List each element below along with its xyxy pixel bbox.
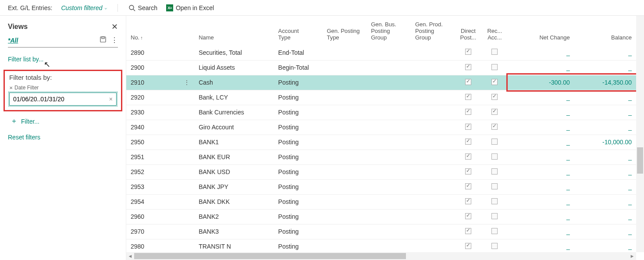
cell-name[interactable]: Securities, Total [194, 45, 274, 60]
search-action[interactable]: Search [128, 4, 157, 11]
table-row[interactable]: 2900⋮Liquid AssetsBegin-Total__ [126, 60, 636, 75]
vertical-scrollbar[interactable] [636, 16, 644, 252]
cell-net-change[interactable]: -300.00 [508, 75, 574, 90]
checkbox-icon[interactable] [491, 49, 498, 55]
checkbox-icon[interactable] [491, 183, 498, 189]
col-gen-posting-type[interactable]: Gen. Posting Type [322, 16, 366, 45]
checkbox-icon[interactable] [491, 94, 498, 100]
checkbox-icon[interactable] [465, 94, 471, 100]
cell-net-change[interactable]: _ [508, 60, 574, 75]
checkbox-icon[interactable] [491, 198, 498, 204]
cell-balance[interactable]: _ [574, 60, 636, 75]
cell-name[interactable]: Bank Currencies [194, 105, 274, 120]
cell-no[interactable]: 2960 [126, 209, 179, 224]
cell-net-change[interactable]: _ [508, 164, 574, 179]
cell-net-change[interactable]: _ [508, 90, 574, 105]
cell-name[interactable]: TRANSIT N [194, 239, 274, 252]
cell-balance[interactable]: _ [574, 105, 636, 120]
checkbox-icon[interactable] [465, 243, 471, 249]
table-row[interactable]: 2953⋮BANK JPYPosting__ [126, 179, 636, 194]
col-gen-bus-group[interactable]: Gen. Bus. Posting Group [366, 16, 411, 45]
cell-name[interactable]: Bank, LCY [194, 90, 274, 105]
checkbox-icon[interactable] [465, 228, 471, 234]
cell-no[interactable]: 2920 [126, 90, 179, 105]
cell-no[interactable]: 2950 [126, 135, 179, 150]
checkbox-icon[interactable] [491, 243, 498, 249]
cell-net-change[interactable]: _ [508, 179, 574, 194]
table-row[interactable]: 2910⋮CashPosting-300.00-14,350.00 [126, 75, 636, 90]
cell-no[interactable]: 2980 [126, 239, 179, 252]
cell-no[interactable]: 2953 [126, 179, 179, 194]
table-row[interactable]: 2930⋮Bank CurrenciesPosting__ [126, 105, 636, 120]
cell-no[interactable]: 2954 [126, 194, 179, 209]
col-gen-prod-group[interactable]: Gen. Prod. Posting Group [411, 16, 455, 45]
table-row[interactable]: 2954⋮BANK DKKPosting__ [126, 194, 636, 209]
cell-net-change[interactable]: _ [508, 150, 574, 164]
cell-balance[interactable]: _ [574, 164, 636, 179]
checkbox-icon[interactable] [491, 79, 498, 85]
checkbox-icon[interactable] [465, 124, 471, 130]
cell-net-change[interactable]: _ [508, 45, 574, 60]
table-row[interactable]: 2890⋮Securities, TotalEnd-Total__ [126, 45, 636, 60]
row-menu-icon[interactable]: ⋮ [179, 75, 194, 90]
checkbox-icon[interactable] [491, 64, 498, 70]
date-filter-input[interactable] [10, 93, 106, 105]
close-filter-pane-icon[interactable]: ✕ [111, 22, 118, 32]
col-no[interactable]: No.↑ [126, 16, 179, 45]
checkbox-icon[interactable] [465, 109, 471, 115]
cell-no[interactable]: 2940 [126, 120, 179, 135]
clear-date-filter-icon[interactable]: × [106, 96, 116, 103]
table-row[interactable]: 2950⋮BANK1Posting_-10,000.00 [126, 135, 636, 150]
cell-name[interactable]: Liquid Assets [194, 60, 274, 75]
col-balance[interactable]: Balance [574, 16, 636, 45]
cell-name[interactable]: BANK DKK [194, 194, 274, 209]
checkbox-icon[interactable] [491, 124, 498, 130]
cell-net-change[interactable]: _ [508, 120, 574, 135]
col-name[interactable]: Name [194, 16, 274, 45]
cell-balance[interactable]: _ [574, 209, 636, 224]
remove-date-filter-icon[interactable]: ✕ [9, 85, 13, 90]
cell-name[interactable]: BANK1 [194, 135, 274, 150]
cell-balance[interactable]: -10,000.00 [574, 135, 636, 150]
cell-balance[interactable]: _ [574, 120, 636, 135]
checkbox-icon[interactable] [465, 153, 471, 160]
cell-balance[interactable]: _ [574, 179, 636, 194]
table-row[interactable]: 2952⋮BANK USDPosting__ [126, 164, 636, 179]
checkbox-icon[interactable] [465, 49, 471, 55]
cell-name[interactable]: BANK JPY [194, 179, 274, 194]
checkbox-icon[interactable] [465, 213, 471, 219]
filter-list-by-link[interactable]: Filter list by... [8, 54, 118, 70]
checkbox-icon[interactable] [491, 168, 498, 175]
table-row[interactable]: 2980⋮TRANSIT NPosting__ [126, 239, 636, 252]
cell-balance[interactable]: _ [574, 90, 636, 105]
col-direct-posting[interactable]: Direct Post... [455, 16, 481, 45]
reset-filters-link[interactable]: Reset filters [8, 134, 118, 141]
checkbox-icon[interactable] [491, 153, 498, 160]
cell-no[interactable]: 2952 [126, 164, 179, 179]
cell-net-change[interactable]: _ [508, 194, 574, 209]
cell-net-change[interactable]: _ [508, 105, 574, 120]
cell-no[interactable]: 2910 [126, 75, 179, 90]
horizontal-scrollbar[interactable]: ◄ ► [126, 252, 636, 260]
checkbox-icon[interactable] [465, 183, 471, 189]
table-row[interactable]: 2940⋮Giro AccountPosting__ [126, 120, 636, 135]
cell-net-change[interactable]: _ [508, 224, 574, 239]
checkbox-icon[interactable] [491, 213, 498, 219]
save-view-icon[interactable] [100, 36, 107, 44]
checkbox-icon[interactable] [465, 198, 471, 204]
cell-balance[interactable]: -14,350.00 [574, 75, 636, 90]
cell-name[interactable]: BANK EUR [194, 150, 274, 164]
cell-name[interactable]: BANK USD [194, 164, 274, 179]
cell-no[interactable]: 2930 [126, 105, 179, 120]
checkbox-icon[interactable] [491, 139, 498, 145]
filter-status-dropdown[interactable]: Custom filtered ⌵ [61, 4, 107, 11]
cell-no[interactable]: 2951 [126, 150, 179, 164]
checkbox-icon[interactable] [465, 168, 471, 175]
col-account-type[interactable]: Account Type [274, 16, 323, 45]
cell-balance[interactable]: _ [574, 45, 636, 60]
view-more-icon[interactable]: ⋮ [111, 39, 118, 42]
checkbox-icon[interactable] [465, 79, 471, 85]
view-all-link[interactable]: *All [8, 37, 18, 44]
cell-balance[interactable]: _ [574, 224, 636, 239]
table-row[interactable]: 2970⋮BANK3Posting__ [126, 224, 636, 239]
